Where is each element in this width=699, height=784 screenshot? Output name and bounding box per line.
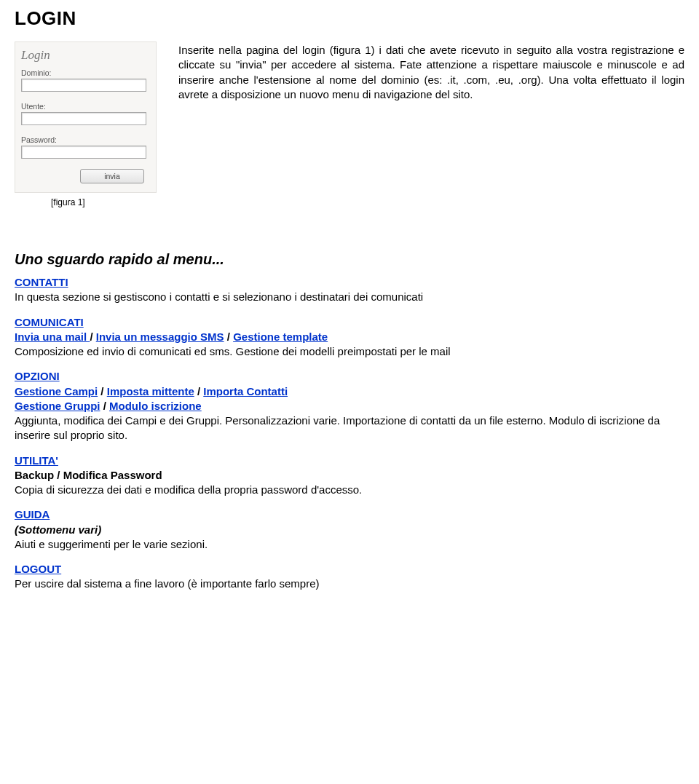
- password-input[interactable]: [21, 146, 146, 159]
- guida-desc: Aiuti e suggerimenti per le varie sezion…: [15, 538, 208, 550]
- contatti-desc: In questa sezione si gestiscono i contat…: [15, 290, 423, 303]
- intro-paragraph: Inserite nella pagina del login (figura …: [178, 41, 684, 102]
- comunicati-block: COMUNICATI Invia una mail / Invia un mes…: [15, 315, 684, 360]
- contatti-link[interactable]: CONTATTI: [15, 276, 68, 288]
- figure-caption: [figura 1]: [51, 197, 684, 207]
- utilita-desc: Copia di sicurezza dei dati e modifica d…: [15, 483, 362, 496]
- login-panel-title: Login: [21, 48, 150, 63]
- contatti-block: CONTATTI In questa sezione si gestiscono…: [15, 275, 684, 305]
- utilita-subtitle: Backup / Modifica Password: [15, 469, 162, 481]
- gestione-gruppi-link[interactable]: Gestione Gruppi: [15, 400, 100, 412]
- login-panel: Login Dominio: Utente: Password: invia: [15, 41, 157, 193]
- page-title: LOGIN: [15, 7, 684, 30]
- submit-button[interactable]: invia: [80, 169, 144, 183]
- top-row: Login Dominio: Utente: Password: invia I…: [15, 41, 684, 193]
- separator: /: [224, 330, 234, 343]
- imposta-mittente-link[interactable]: Imposta mittente: [107, 385, 194, 397]
- invia-sms-link[interactable]: Invia un messaggio SMS: [96, 330, 224, 343]
- separator: /: [100, 400, 110, 412]
- user-input[interactable]: [21, 112, 146, 125]
- separator: /: [194, 385, 204, 397]
- utilita-block: UTILITA' Backup / Modifica Password Copi…: [15, 454, 684, 498]
- guida-block: GUIDA (Sottomenu vari) Aiuti e suggerime…: [15, 507, 684, 552]
- gestione-template-link[interactable]: Gestione template: [233, 330, 328, 343]
- separator: /: [98, 385, 107, 397]
- opzioni-link[interactable]: OPZIONI: [15, 370, 60, 382]
- utilita-link[interactable]: UTILITA': [15, 454, 58, 467]
- logout-desc: Per uscire dal sistema a fine lavoro (è …: [15, 577, 320, 590]
- opzioni-block: OPZIONI Gestione Campi / Imposta mittent…: [15, 369, 684, 443]
- domain-input[interactable]: [21, 79, 146, 92]
- guida-link[interactable]: GUIDA: [15, 508, 50, 520]
- modulo-iscrizione-link[interactable]: Modulo iscrizione: [109, 400, 202, 412]
- domain-label: Dominio:: [21, 68, 150, 77]
- comunicati-desc: Composizione ed invio di comunicati ed s…: [15, 345, 451, 357]
- opzioni-desc: Aggiunta, modifica dei Campi e dei Grupp…: [15, 414, 660, 441]
- invia-mail-link[interactable]: Invia una mail: [15, 330, 90, 343]
- guida-subtitle: (Sottomenu vari): [15, 523, 101, 536]
- gestione-campi-link[interactable]: Gestione Campi: [15, 385, 98, 397]
- importa-contatti-link[interactable]: Importa Contatti: [203, 385, 288, 397]
- user-label: Utente:: [21, 102, 150, 111]
- comunicati-link[interactable]: COMUNICATI: [15, 316, 84, 328]
- logout-link[interactable]: LOGOUT: [15, 563, 61, 575]
- menu-overview-heading: Uno sguardo rapido al menu...: [15, 251, 684, 268]
- separator: /: [90, 330, 95, 343]
- password-label: Password:: [21, 135, 150, 144]
- logout-block: LOGOUT Per uscire dal sistema a fine lav…: [15, 562, 684, 592]
